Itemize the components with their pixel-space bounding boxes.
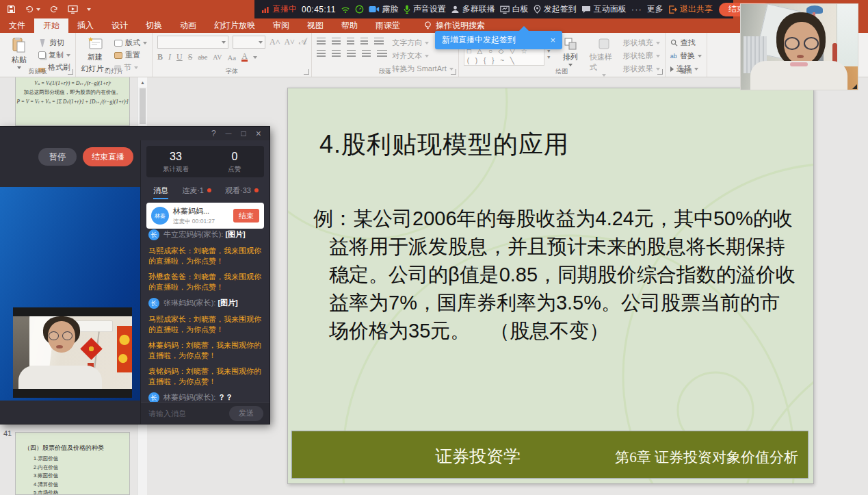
notification-toast[interactable]: 新增直播中发起签到 ×: [435, 31, 562, 49]
align-center-icon[interactable]: [332, 50, 341, 57]
chat-message-input[interactable]: [147, 409, 224, 418]
minimize-icon[interactable]: —: [226, 130, 232, 137]
shrink-font-icon[interactable]: A˅: [284, 37, 294, 47]
tab-view[interactable]: 视图: [298, 18, 332, 33]
more-button[interactable]: 更多: [647, 3, 663, 15]
interaction-panel-button[interactable]: 互动面板: [581, 3, 627, 15]
tab-review[interactable]: 审阅: [264, 18, 298, 33]
justify-icon[interactable]: [362, 50, 371, 57]
columns-icon[interactable]: [377, 50, 387, 57]
pause-button[interactable]: 暂停: [38, 148, 77, 166]
camera-button[interactable]: 露脸: [369, 3, 399, 15]
end-live-button[interactable]: 结束直播: [83, 147, 133, 166]
shape-fill-button[interactable]: 形状填充: [623, 38, 660, 48]
align-left-icon[interactable]: [317, 50, 326, 57]
change-case-button[interactable]: Aa: [227, 53, 236, 62]
align-right-icon[interactable]: [347, 50, 356, 57]
exit-share-label: 退出共享: [680, 3, 713, 15]
network-indicator[interactable]: [341, 5, 350, 14]
redo-button[interactable]: [49, 5, 59, 14]
formula-caption: 加总这两部分现值，即为股票的内在价值。: [16, 89, 129, 96]
qat-customize-caret-icon[interactable]: [87, 8, 91, 11]
italic-button[interactable]: I: [168, 52, 171, 62]
clear-formatting-icon[interactable]: 𝒜: [299, 37, 306, 47]
cut-icon: [38, 39, 47, 47]
likes-stat: 0 点赞: [205, 146, 264, 177]
sound-settings-button[interactable]: 声音设置: [404, 3, 446, 15]
toolbar-ellipsis-icon[interactable]: ···: [631, 4, 642, 14]
strikethrough-button[interactable]: S: [188, 52, 193, 62]
end-mic-button[interactable]: 结束: [233, 209, 259, 223]
increase-indent-icon[interactable]: [360, 38, 368, 45]
maximize-icon[interactable]: □: [241, 129, 246, 138]
help-icon[interactable]: ?: [211, 129, 216, 138]
performance-indicator[interactable]: [355, 5, 364, 14]
font-size-combobox[interactable]: [233, 36, 265, 49]
mic-connect-card: 林蓁 林蓁妈妈... 连麦中 00:01:27 结束: [146, 203, 264, 229]
red-banner-decoration: [117, 326, 132, 372]
tab-transitions[interactable]: 切换: [137, 18, 171, 33]
tab-help[interactable]: 帮助: [332, 18, 367, 33]
shape-outline-button[interactable]: 形状轮廓: [623, 51, 660, 61]
whiteboard-button[interactable]: 白板: [500, 3, 529, 15]
mic-connect-info: 林蓁妈妈... 连麦中 00:01:27: [173, 206, 229, 226]
decrease-indent-icon[interactable]: [347, 38, 354, 45]
lightbulb-icon: [424, 21, 432, 30]
scroll-up-icon[interactable]: ▲: [138, 77, 147, 87]
font-color-button[interactable]: A: [241, 53, 248, 62]
replace-button[interactable]: ab 替换: [670, 51, 702, 61]
formula-line: P = V = Vₜ + Vₙ = [Σ Dₜ/(1+r)ᵗ] + [Dₜ₊₁/…: [16, 99, 129, 105]
layout-button[interactable]: 版式: [114, 38, 147, 48]
font-color-caret-icon[interactable]: [253, 56, 257, 59]
find-label: 查找: [681, 38, 696, 48]
close-icon[interactable]: ×: [256, 128, 261, 139]
font-name-combobox[interactable]: [157, 36, 228, 49]
save-icon[interactable]: [7, 5, 16, 14]
underline-button[interactable]: U: [176, 52, 183, 62]
send-button[interactable]: 发送: [229, 406, 263, 421]
copy-button[interactable]: 复制: [38, 50, 70, 60]
chat-message: 长 牛立宏妈妈(家长): [图片]: [148, 229, 262, 240]
cut-button[interactable]: 剪切: [38, 38, 70, 48]
notification-close-icon[interactable]: ×: [550, 35, 555, 45]
paste-button[interactable]: 粘贴: [5, 36, 34, 69]
tab-insert[interactable]: 插入: [68, 18, 103, 33]
reset-button[interactable]: 重置: [114, 50, 147, 60]
grow-font-icon[interactable]: A˄: [269, 37, 280, 47]
slide-41-item: 3.账面价值: [34, 472, 129, 479]
signin-button[interactable]: 发起签到: [534, 3, 577, 15]
scrollbar-thumb[interactable]: [140, 88, 146, 124]
numbering-icon[interactable]: [332, 38, 341, 45]
undo-button[interactable]: [25, 5, 40, 14]
shape-fill-caret-icon: [656, 42, 660, 45]
tab-animations[interactable]: 动画: [171, 18, 205, 33]
teacher-webcam[interactable]: [740, 3, 858, 90]
line-spacing-icon[interactable]: [374, 38, 384, 45]
bullets-icon[interactable]: [317, 38, 326, 45]
tab-design[interactable]: 设计: [103, 18, 137, 33]
tab-rain-classroom[interactable]: 雨课堂: [367, 18, 409, 33]
tab-watchers[interactable]: 观看·33: [225, 183, 259, 199]
slide-40-thumbnail[interactable]: Vₙ = Vₜ(1/(1+r)ᵗ) = Dₜ₊₁/(r−g)(1+r)ᵗ 加总这…: [15, 77, 130, 126]
find-button[interactable]: 查找: [670, 38, 702, 48]
subscript-button[interactable]: abc: [198, 53, 207, 61]
align-text-button[interactable]: 对齐文本: [392, 51, 453, 61]
chat-message: 长 林蓁妈妈(家长): ？？: [148, 392, 262, 402]
bold-button[interactable]: B: [157, 52, 163, 62]
slide-41-thumbnail[interactable]: （四）股票价值及价格的种类 1.票面价值 2.内在价值 3.账面价值 4.清算价…: [15, 432, 130, 495]
exit-share-button[interactable]: 退出共享: [668, 3, 713, 15]
tab-home[interactable]: 开始: [34, 18, 68, 33]
slide-41-number: 41: [3, 429, 12, 437]
whiteboard-label: 白板: [512, 3, 529, 15]
slide-canvas[interactable]: 4.股利贴现模型的应用 例：某公司2006年的每股收益为4.24元，其中50%的…: [287, 88, 814, 484]
tab-slideshow[interactable]: 幻灯片放映: [205, 18, 264, 33]
tab-messages[interactable]: 消息: [153, 183, 168, 199]
character-spacing-button[interactable]: AV: [213, 53, 222, 61]
tab-mic-connect[interactable]: 连麦·1: [182, 183, 211, 199]
shape-gallery-more-icon[interactable]: ▼: [547, 55, 551, 60]
message-list[interactable]: 长 牛立宏妈妈(家长): [图片] 马熙成家长：刘晓蕾，我来围观你的直播啦，为你…: [141, 227, 269, 402]
multicast-button[interactable]: 多群联播: [451, 3, 495, 15]
start-slideshow-button[interactable]: [68, 5, 78, 14]
tab-file[interactable]: 文件: [0, 18, 34, 33]
views-count: 33: [146, 151, 205, 163]
